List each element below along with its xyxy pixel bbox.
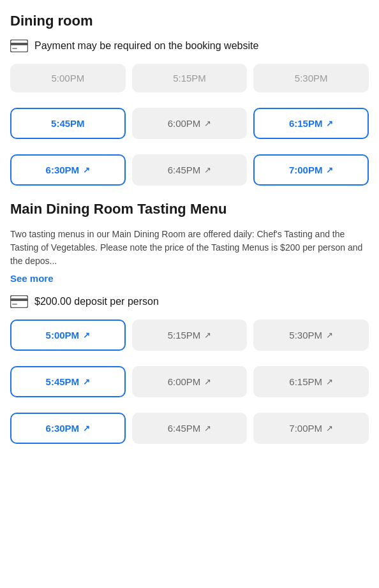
time-slot-700pm-blue[interactable]: 7:00PM ↗ bbox=[253, 154, 369, 186]
tasting-time-slot-615pm-gray[interactable]: 6:15PM ↗ bbox=[253, 366, 369, 397]
tasting-time-slot-600pm-gray[interactable]: 6:00PM ↗ bbox=[132, 366, 248, 397]
dining-room-time-grid-row1: 5:00PM 5:15PM 5:30PM bbox=[10, 64, 369, 92]
time-slot-545pm-blue[interactable]: 5:45PM bbox=[10, 108, 126, 139]
external-link-icon: ↗ bbox=[204, 165, 211, 175]
time-slot-500pm-unavailable: 5:00PM bbox=[10, 64, 126, 92]
external-link-icon: ↗ bbox=[83, 165, 90, 175]
time-slot-645pm-gray[interactable]: 6:45PM ↗ bbox=[132, 154, 248, 186]
dining-room-title: Dining room bbox=[10, 13, 369, 29]
dining-room-time-grid-row2: 5:45PM 6:00PM ↗ 6:15PM ↗ bbox=[10, 108, 369, 139]
tasting-time-grid-row2: 5:45PM ↗ 6:00PM ↗ 6:15PM ↗ bbox=[10, 366, 369, 397]
tasting-time-slot-530pm-gray[interactable]: 5:30PM ↗ bbox=[253, 320, 369, 351]
external-link-icon: ↗ bbox=[204, 423, 211, 433]
svg-rect-4 bbox=[10, 298, 28, 301]
time-slot-630pm-blue[interactable]: 6:30PM ↗ bbox=[10, 154, 126, 186]
tasting-menu-description: Two tasting menus in our Main Dining Roo… bbox=[10, 228, 369, 268]
dining-room-payment-notice: Payment may be required on the booking w… bbox=[10, 40, 369, 52]
external-link-icon: ↗ bbox=[326, 165, 333, 175]
dining-room-time-grid-row3: 6:30PM ↗ 6:45PM ↗ 7:00PM ↗ bbox=[10, 154, 369, 186]
external-link-icon: ↗ bbox=[83, 377, 90, 386]
external-link-icon: ↗ bbox=[204, 330, 211, 340]
tasting-time-slot-645pm-gray[interactable]: 6:45PM ↗ bbox=[132, 413, 248, 444]
payment-notice-text: Payment may be required on the booking w… bbox=[34, 40, 258, 52]
tasting-time-slot-500pm-blue[interactable]: 5:00PM ↗ bbox=[10, 320, 126, 351]
external-link-icon: ↗ bbox=[326, 119, 333, 128]
time-slot-530pm-unavailable: 5:30PM bbox=[253, 64, 369, 92]
tasting-time-slot-545pm-blue[interactable]: 5:45PM ↗ bbox=[10, 366, 126, 397]
tasting-time-slot-700pm-gray[interactable]: 7:00PM ↗ bbox=[253, 413, 369, 444]
deposit-text: $200.00 deposit per person bbox=[34, 296, 159, 307]
external-link-icon: ↗ bbox=[204, 119, 211, 128]
time-slot-515pm-unavailable: 5:15PM bbox=[132, 64, 248, 92]
svg-rect-0 bbox=[11, 40, 28, 52]
external-link-icon: ↗ bbox=[204, 377, 211, 386]
deposit-credit-card-icon bbox=[10, 295, 28, 308]
tasting-menu-title: Main Dining Room Tasting Menu bbox=[10, 201, 369, 217]
tasting-time-grid-row1: 5:00PM ↗ 5:15PM ↗ 5:30PM ↗ bbox=[10, 320, 369, 351]
external-link-icon: ↗ bbox=[83, 330, 90, 340]
deposit-notice: $200.00 deposit per person bbox=[10, 295, 369, 308]
svg-rect-3 bbox=[11, 296, 28, 308]
tasting-time-slot-630pm-blue[interactable]: 6:30PM ↗ bbox=[10, 413, 126, 444]
external-link-icon: ↗ bbox=[326, 423, 333, 433]
svg-rect-5 bbox=[12, 304, 17, 305]
external-link-icon: ↗ bbox=[326, 330, 333, 340]
tasting-time-grid-row3: 6:30PM ↗ 6:45PM ↗ 7:00PM ↗ bbox=[10, 413, 369, 444]
time-slot-600pm-gray[interactable]: 6:00PM ↗ bbox=[132, 108, 248, 139]
tasting-menu-section: Main Dining Room Tasting Menu Two tastin… bbox=[10, 201, 369, 308]
external-link-icon: ↗ bbox=[326, 377, 333, 386]
svg-rect-1 bbox=[10, 43, 28, 45]
time-slot-615pm-blue[interactable]: 6:15PM ↗ bbox=[253, 108, 369, 139]
tasting-time-slot-515pm-gray[interactable]: 5:15PM ↗ bbox=[132, 320, 248, 351]
credit-card-icon bbox=[10, 40, 28, 52]
svg-rect-2 bbox=[12, 48, 17, 49]
see-more-link[interactable]: See more bbox=[10, 273, 54, 284]
external-link-icon: ↗ bbox=[83, 423, 90, 433]
